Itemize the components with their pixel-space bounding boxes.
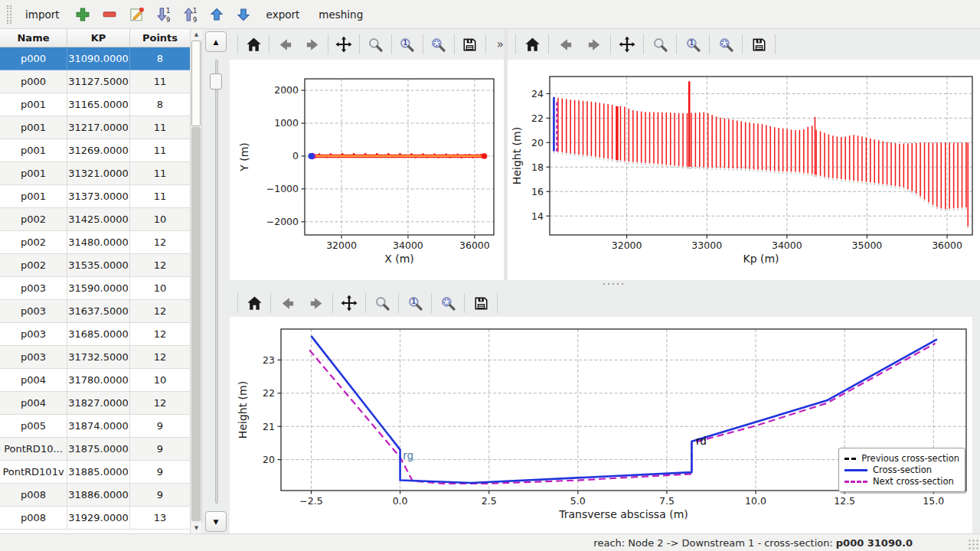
table-row[interactable]: PontRD101v31885.00009 [0, 461, 191, 484]
cell-name[interactable]: p008 [0, 484, 67, 506]
zoom-one-icon[interactable]: 1 [683, 34, 703, 54]
scrollbar-thumb[interactable] [191, 41, 201, 126]
cell-points[interactable]: 12 [130, 254, 191, 276]
table-row[interactable]: p00831929.000013 [0, 507, 191, 530]
forward-icon[interactable] [306, 293, 326, 313]
zoom-fit-icon[interactable] [430, 34, 448, 54]
cell-name[interactable]: p001 [0, 139, 67, 161]
plan-plot-figure[interactable]: 320003400036000−2000−1000010002000X (m)Y… [230, 60, 504, 280]
table-row[interactable]: p00231535.000012 [0, 254, 191, 277]
meshing-button[interactable]: meshing [313, 5, 368, 24]
cell-points[interactable]: 11 [130, 185, 191, 207]
cell-kp[interactable]: 31874.0000 [67, 415, 130, 437]
cell-name[interactable]: p001 [0, 116, 67, 139]
sort-descending-icon[interactable]: 1 9 [154, 5, 172, 24]
cell-kp[interactable]: 31929.0000 [67, 507, 130, 529]
table-row[interactable]: p00131165.00008 [0, 93, 191, 116]
cell-kp[interactable]: 31480.0000 [67, 231, 130, 253]
cell-name[interactable]: p002 [0, 231, 67, 253]
cell-name[interactable]: p004 [0, 369, 67, 391]
home-icon[interactable] [522, 34, 542, 54]
cell-kp[interactable]: 31217.0000 [67, 116, 130, 139]
cell-points[interactable]: 10 [130, 208, 191, 230]
table-row[interactable]: PontRD10...31875.00009 [0, 438, 191, 461]
slider-groove[interactable] [215, 60, 218, 504]
toolbar-grip[interactable] [7, 5, 11, 24]
cell-points[interactable]: 12 [130, 231, 191, 253]
sort-ascending-icon[interactable]: 1 9 [181, 5, 199, 24]
cell-name[interactable]: PontRD101v [0, 461, 67, 483]
cell-points[interactable]: 9 [130, 415, 191, 437]
add-cross-section-icon[interactable] [74, 5, 92, 24]
cell-name[interactable]: p003 [0, 346, 67, 368]
table-row[interactable]: p00131321.000011 [0, 162, 191, 185]
table-row[interactable]: p00331685.000012 [0, 323, 191, 346]
move-up-icon[interactable] [207, 5, 226, 24]
cell-kp[interactable]: 31269.0000 [67, 139, 130, 161]
slider-up-button[interactable]: ▲ [205, 31, 227, 52]
column-header-points[interactable]: Points [130, 29, 191, 47]
cell-points[interactable]: 9 [130, 461, 191, 483]
cell-name[interactable]: p005 [0, 415, 67, 437]
cell-points[interactable]: 11 [130, 162, 191, 184]
cell-kp[interactable]: 31732.5000 [67, 346, 130, 368]
save-icon[interactable] [461, 34, 479, 54]
remove-cross-section-icon[interactable] [100, 5, 119, 24]
zoom-icon[interactable] [650, 34, 670, 54]
table-row[interactable]: p00831886.00009 [0, 484, 191, 507]
table-row[interactable]: p00131217.000011 [0, 116, 191, 139]
forward-icon[interactable] [584, 34, 604, 54]
table-row[interactable]: p00131269.000011 [0, 139, 191, 162]
table-row[interactable]: p00131373.000011 [0, 185, 191, 208]
cell-kp[interactable]: 31535.0000 [67, 254, 130, 276]
cell-kp[interactable]: 31637.5000 [67, 300, 130, 322]
cell-kp[interactable]: 31590.0000 [67, 277, 130, 299]
table-row[interactable]: p00431827.000012 [0, 392, 191, 415]
cell-points[interactable]: 10 [130, 277, 191, 299]
cell-points[interactable]: 12 [130, 300, 191, 322]
cell-kp[interactable]: 31780.0000 [67, 369, 130, 391]
table-row[interactable]: p00231480.000012 [0, 231, 191, 254]
move-down-icon[interactable] [234, 5, 253, 24]
cross-section-figure[interactable]: −2.50.02.55.07.510.012.515.020212223Tran… [230, 317, 980, 533]
cell-name[interactable]: PontRD10... [0, 438, 67, 460]
back-icon[interactable] [276, 34, 294, 54]
back-icon[interactable] [555, 34, 575, 54]
slider-down-button[interactable]: ▼ [205, 511, 227, 532]
longitudinal-plot-figure[interactable]: 3200033000340003500036000141618202224Kp … [508, 60, 980, 280]
home-icon[interactable] [244, 293, 264, 313]
table-row[interactable]: p00531874.00009 [0, 415, 191, 438]
zoom-icon[interactable] [372, 293, 392, 313]
table-row[interactable]: p00331732.500012 [0, 346, 191, 369]
cell-points[interactable]: 8 [130, 93, 191, 116]
table-row[interactable]: p00331590.000010 [0, 277, 191, 300]
back-icon[interactable] [277, 293, 297, 313]
cell-name[interactable]: p001 [0, 185, 67, 207]
zoom-one-icon[interactable]: 1 [405, 293, 425, 313]
forward-icon[interactable] [303, 34, 322, 54]
cell-name[interactable]: p001 [0, 93, 67, 116]
edit-icon[interactable] [127, 5, 145, 24]
cell-name[interactable]: p000 [0, 47, 67, 70]
export-button[interactable]: export [261, 5, 305, 24]
zoom-fit-icon[interactable] [438, 293, 458, 313]
cell-name[interactable]: p002 [0, 208, 67, 230]
cell-name[interactable]: p004 [0, 392, 67, 414]
cell-points[interactable]: 8 [130, 47, 191, 70]
cell-kp[interactable]: 31875.0000 [67, 438, 130, 460]
cell-name[interactable]: p003 [0, 300, 67, 322]
home-icon[interactable] [244, 34, 263, 54]
zoom-one-icon[interactable]: 1 [397, 34, 416, 54]
save-icon[interactable] [471, 293, 491, 313]
pan-icon[interactable] [339, 293, 359, 313]
cell-points[interactable]: 12 [130, 392, 191, 414]
cell-points[interactable]: 11 [130, 70, 191, 93]
cell-points[interactable]: 10 [130, 369, 191, 391]
cell-points[interactable]: 9 [130, 484, 191, 506]
horizontal-splitter[interactable] [230, 280, 980, 288]
table-row[interactable]: p00031127.500011 [0, 70, 191, 93]
toolbar-overflow-button[interactable]: » [497, 37, 504, 51]
table-row[interactable]: p00031090.00008 [0, 47, 191, 70]
cell-points[interactable]: 12 [130, 346, 191, 368]
table-scrollbar[interactable]: ▲ ▼ [190, 29, 201, 533]
